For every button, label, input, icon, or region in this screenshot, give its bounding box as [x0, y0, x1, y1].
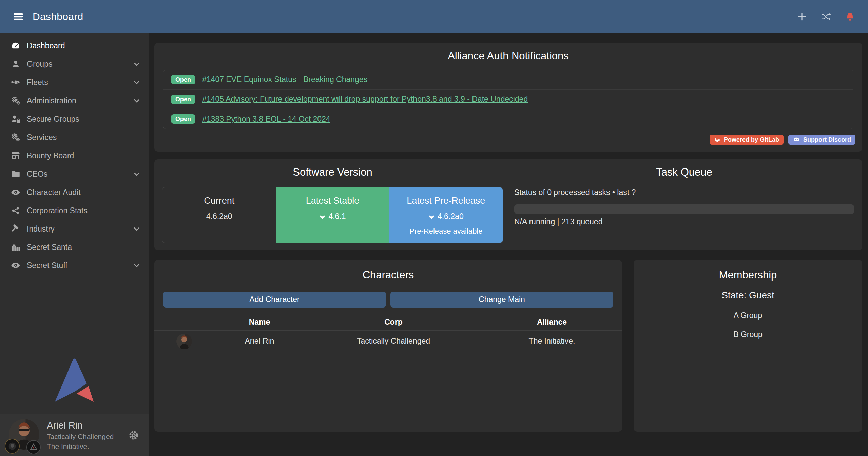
cell-character-alliance: The Initiative.: [482, 337, 622, 346]
characters-title: Characters: [154, 269, 622, 281]
plus-icon[interactable]: [797, 12, 807, 22]
cell-character-name: Ariel Rin: [214, 337, 305, 346]
table-header-row: Name Corp Alliance: [154, 314, 622, 331]
characters-table: Name Corp Alliance: [154, 314, 622, 352]
sidebar-item-fleets[interactable]: Fleets: [0, 73, 149, 92]
sidebar-item-character-audit[interactable]: Character Audit: [0, 183, 149, 201]
eye-icon: [9, 260, 22, 271]
powered-by-gitlab-badge[interactable]: Powered by GitLab: [710, 135, 784, 145]
menu-icon[interactable]: [13, 11, 24, 22]
footer-badges: Powered by GitLab Support Discord: [710, 135, 855, 145]
sidebar-item-label: Dashboard: [27, 41, 65, 51]
membership-panel: Membership State: Guest A Group B Group: [634, 260, 862, 432]
sidebar-item-label: Character Audit: [27, 188, 81, 197]
sidebar-item-bounty-board[interactable]: Bounty Board: [0, 146, 149, 165]
change-main-button[interactable]: Change Main: [390, 292, 613, 308]
user-alliance: The Initiative.: [47, 442, 114, 451]
add-character-button[interactable]: Add Character: [163, 292, 386, 308]
table-row: Ariel Rin Tactically Challenged The Init…: [154, 331, 622, 352]
share-icon: [9, 206, 22, 215]
task-queue-section: Task Queue Status of 0 processed tasks •…: [514, 166, 862, 250]
gitlab-icon: [319, 213, 326, 220]
task-queue-status: Status of 0 processed tasks • last ?: [514, 188, 854, 197]
gitlab-icon: [428, 213, 435, 220]
support-discord-badge[interactable]: Support Discord: [788, 135, 855, 145]
folder-icon: [9, 169, 22, 179]
shuffle-icon[interactable]: [821, 11, 831, 22]
task-queue-title: Task Queue: [514, 166, 854, 178]
sidebar-item-label: Secure Groups: [27, 115, 79, 124]
group-list-item: B Group: [640, 325, 855, 344]
column-header-corp: Corp: [305, 318, 482, 327]
membership-state: State: Guest: [634, 290, 862, 301]
chevron-down-icon: [132, 261, 141, 270]
sidebar-item-label: Secret Stuff: [27, 261, 67, 270]
task-queue-progressbar: [514, 204, 854, 214]
sidebar-item-label: Fleets: [27, 78, 48, 87]
sidebar-item-secure-groups[interactable]: Secure Groups: [0, 110, 149, 128]
version-boxes: Current 4.6.2a0 Latest Stable 4.6.1 Late…: [162, 187, 503, 243]
sidebar-item-label: Corporation Stats: [27, 206, 88, 215]
chevron-down-icon: [132, 78, 141, 87]
sidebar-item-label: Bounty Board: [27, 151, 74, 160]
cogs-icon: [9, 132, 22, 142]
software-version-section: Software Version Current 4.6.2a0 Latest …: [154, 166, 503, 250]
user-lock-icon: [9, 114, 22, 124]
user-info: Ariel Rin Tactically Challenged The Init…: [47, 420, 114, 451]
status-badge: Open: [171, 75, 195, 84]
notification-link[interactable]: #1407 EVE Equinox Status - Breaking Chan…: [202, 75, 367, 84]
column-header-name: Name: [214, 318, 305, 327]
user-name: Ariel Rin: [47, 420, 114, 431]
user-avatar: [7, 419, 41, 452]
software-taskqueue-panel: Software Version Current 4.6.2a0 Latest …: [154, 159, 862, 250]
sidebar-item-services[interactable]: Services: [0, 128, 149, 146]
sidebar-item-dashboard[interactable]: Dashboard: [0, 37, 149, 55]
sidebar-item-label: Secret Santa: [27, 243, 72, 252]
sidebar-item-industry[interactable]: Industry: [0, 220, 149, 238]
column-header-alliance: Alliance: [482, 318, 622, 327]
chevron-down-icon: [132, 60, 141, 68]
gifts-icon: [9, 242, 22, 252]
eye-icon: [9, 187, 22, 197]
shuttle-icon: [9, 77, 22, 87]
sidebar-item-label: Groups: [27, 60, 52, 69]
chevron-down-icon: [132, 224, 141, 233]
prerelease-note: Pre-Release available: [409, 227, 482, 236]
task-queue-summary: N/A running | 213 queued: [514, 217, 854, 226]
sidebar-item-label: Administration: [27, 96, 76, 105]
main-content: Alliance Auth Notifications Open #1407 E…: [149, 33, 868, 456]
sidebar-nav: Dashboard Groups Fleets: [0, 33, 149, 275]
sidebar-item-groups[interactable]: Groups: [0, 55, 149, 73]
bell-icon[interactable]: [845, 12, 855, 22]
alliance-auth-logo: [54, 358, 94, 402]
notifications-list: Open #1407 EVE Equinox Status - Breaking…: [163, 70, 853, 129]
sidebar-item-corporation-stats[interactable]: Corporation Stats: [0, 201, 149, 220]
chevron-down-icon: [132, 96, 141, 105]
software-version-title: Software Version: [162, 166, 503, 178]
sidebar-item-label: Services: [27, 133, 57, 142]
gear-icon[interactable]: [128, 429, 140, 441]
version-current: Current 4.6.2a0: [162, 187, 276, 243]
notification-link[interactable]: #1383 Python 3.8 EOL - 14 Oct 2024: [202, 115, 330, 124]
sidebar-item-administration[interactable]: Administration: [0, 92, 149, 110]
cogs-icon: [9, 96, 22, 106]
character-portrait: [176, 334, 192, 349]
notification-link[interactable]: #1405 Advisory: Future development will …: [202, 95, 528, 104]
sidebar-item-label: Industry: [27, 224, 55, 234]
top-navbar: Dashboard: [0, 0, 868, 33]
sidebar-item-label: CEOs: [27, 170, 47, 179]
sidebar-item-ceos[interactable]: CEOs: [0, 165, 149, 183]
user-icon: [9, 59, 22, 69]
page-title: Dashboard: [33, 11, 83, 22]
user-corp: Tactically Challenged: [47, 433, 114, 441]
hammer-icon: [9, 224, 22, 234]
notification-row: Open #1383 Python 3.8 EOL - 14 Oct 2024: [163, 109, 853, 129]
notification-row: Open #1405 Advisory: Future development …: [163, 90, 853, 109]
alliance-logo-badge: [26, 440, 41, 454]
sidebar-item-secret-stuff[interactable]: Secret Stuff: [0, 256, 149, 275]
version-latest-prerelease: Latest Pre-Release 4.6.2a0 Pre-Release a…: [389, 187, 503, 243]
membership-groups-list: A Group B Group: [640, 306, 855, 344]
sidebar-item-secret-santa[interactable]: Secret Santa: [0, 238, 149, 256]
tachometer-icon: [9, 41, 22, 51]
cell-character-corp: Tactically Challenged: [305, 337, 482, 346]
